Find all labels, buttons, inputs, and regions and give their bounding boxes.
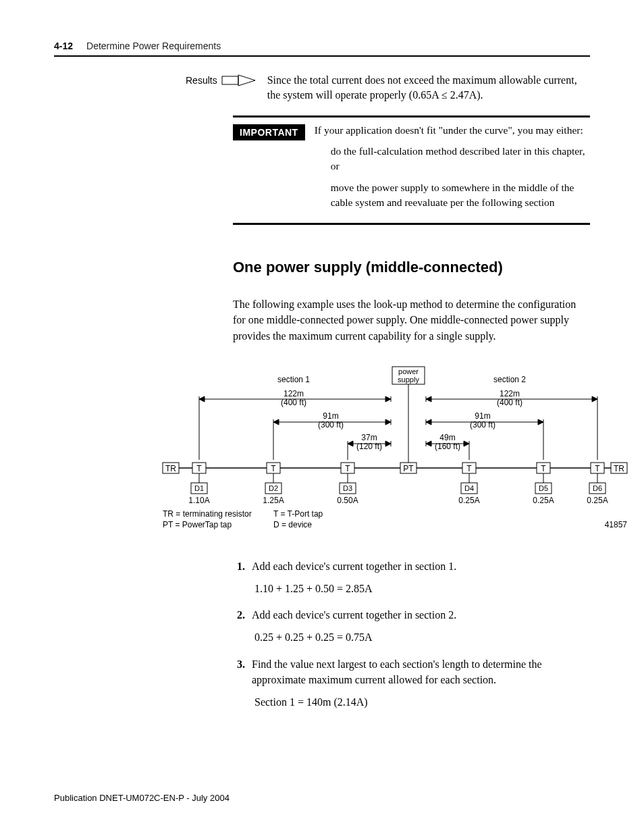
svg-text:T: T [271, 464, 276, 473]
svg-text:(160 ft): (160 ft) [435, 442, 460, 451]
results-arrow-icon [221, 73, 259, 88]
figure-id: 41857 [605, 520, 628, 529]
header-section-title: Determine Power Requirements [86, 41, 221, 51]
svg-text:0.25A: 0.25A [458, 496, 479, 505]
section-heading: One power supply (middle-connected) [233, 259, 590, 276]
page-header: 4-12 Determine Power Requirements [54, 41, 590, 57]
results-text: Since the total current does not exceed … [267, 73, 590, 103]
svg-text:D6: D6 [593, 484, 602, 492]
tr-left-label: TR [165, 464, 176, 473]
step-2-calc: 0.25 + 0.25 + 0.25 = 0.75A [254, 629, 590, 645]
tap-T2: T D2 1.25A [263, 463, 284, 505]
svg-marker-73 [592, 396, 597, 402]
svg-text:37m: 37m [361, 433, 377, 442]
svg-text:49m: 49m [439, 433, 455, 442]
svg-text:PT: PT [403, 464, 414, 473]
svg-marker-1 [238, 75, 255, 86]
tap-T5: T D5 0.25A [533, 463, 554, 505]
step-3-calc: Section 1 = 140m (2.14A) [254, 694, 590, 710]
svg-marker-72 [426, 396, 431, 402]
step-1-calc: 1.10 + 1.25 + 0.50 = 2.85A [254, 581, 590, 596]
legend-pt: PT = PowerTap tap [163, 520, 232, 529]
svg-text:T: T [541, 464, 546, 473]
svg-text:T: T [196, 464, 202, 473]
svg-text:(400 ft): (400 ft) [497, 398, 522, 407]
svg-text:T: T [345, 464, 350, 473]
tap-T4: T D4 0.25A [458, 463, 479, 505]
diagram: TR TR T D1 1.10A T D2 [159, 360, 590, 538]
svg-text:power: power [398, 367, 419, 375]
svg-text:supply: supply [398, 375, 419, 384]
legend-t: T = T-Port tap [273, 509, 323, 519]
svg-text:91m: 91m [475, 411, 490, 421]
tap-T1: T D1 1.10A [188, 463, 209, 505]
svg-marker-50 [199, 396, 205, 402]
step-1: Add each device's current together in se… [248, 558, 590, 596]
step-2: Add each device's current together in se… [248, 607, 590, 645]
svg-text:(300 ft): (300 ft) [318, 420, 344, 429]
important-bullet-1: do the full-calculation method described… [331, 144, 590, 173]
svg-text:0.50A: 0.50A [337, 496, 358, 505]
svg-text:section 1: section 1 [277, 375, 310, 384]
tr-right-label: TR [614, 464, 624, 473]
svg-marker-81 [538, 419, 543, 425]
svg-text:D3: D3 [343, 484, 352, 492]
svg-text:1.25A: 1.25A [263, 496, 284, 505]
svg-text:T: T [595, 464, 600, 473]
important-intro: If your application doesn't fit "under t… [315, 123, 590, 138]
svg-text:(300 ft): (300 ft) [470, 420, 495, 429]
svg-text:D1: D1 [194, 484, 204, 492]
legend-d: D = device [273, 520, 312, 529]
tap-T6: T D6 0.25A [587, 463, 608, 505]
svg-marker-80 [426, 419, 431, 425]
svg-text:T: T [466, 464, 472, 473]
svg-marker-88 [464, 441, 469, 446]
svg-text:0.25A: 0.25A [587, 496, 608, 505]
svg-text:(120 ft): (120 ft) [356, 442, 382, 451]
svg-rect-0 [222, 76, 238, 84]
step-2-text: Add each device's current together in se… [252, 609, 456, 621]
svg-text:1.10A: 1.10A [188, 496, 209, 505]
important-body: If your application doesn't fit "under t… [315, 123, 590, 216]
svg-text:D2: D2 [269, 484, 278, 492]
main-column: IMPORTANT If your application doesn't fi… [233, 115, 590, 710]
svg-text:section 2: section 2 [493, 375, 526, 384]
results-callout: Results Since the total current does not… [54, 73, 590, 103]
svg-marker-58 [273, 419, 279, 425]
svg-marker-65 [348, 441, 353, 446]
step-3-text: Find the value next largest to each sect… [252, 658, 542, 685]
svg-text:D4: D4 [464, 484, 474, 492]
steps-list: Add each device's current together in se… [233, 558, 590, 710]
svg-text:0.25A: 0.25A [533, 496, 554, 505]
step-3: Find the value next largest to each sect… [248, 656, 590, 710]
legend-tr: TR = terminating resistor [163, 509, 252, 519]
step-1-text: Add each device's current together in se… [252, 561, 456, 572]
important-badge: IMPORTANT [233, 124, 305, 140]
svg-marker-66 [385, 441, 391, 446]
power-tap: PT power supply [392, 367, 425, 473]
page: 4-12 Determine Power Requirements Result… [0, 0, 644, 834]
results-label: Results [186, 75, 217, 86]
important-bullet-2: move the power supply to somewhere in th… [331, 180, 590, 209]
power-topology-diagram: TR TR T D1 1.10A T D2 [159, 360, 631, 536]
section-intro: The following example uses the look-up m… [233, 296, 590, 344]
results-tag: Results [186, 73, 259, 88]
svg-marker-59 [385, 419, 391, 425]
svg-text:(400 ft): (400 ft) [281, 398, 306, 407]
important-box: IMPORTANT If your application doesn't fi… [233, 115, 590, 225]
publication-footer: Publication DNET-UM072C-EN-P - July 2004 [54, 793, 230, 803]
svg-text:91m: 91m [323, 411, 338, 421]
svg-text:122m: 122m [500, 389, 520, 398]
svg-marker-87 [426, 441, 431, 446]
svg-marker-51 [385, 396, 391, 402]
tap-T3: T D3 0.50A [337, 463, 358, 505]
svg-text:D5: D5 [539, 484, 548, 492]
page-number: 4-12 [54, 41, 73, 51]
svg-text:122m: 122m [284, 389, 304, 398]
